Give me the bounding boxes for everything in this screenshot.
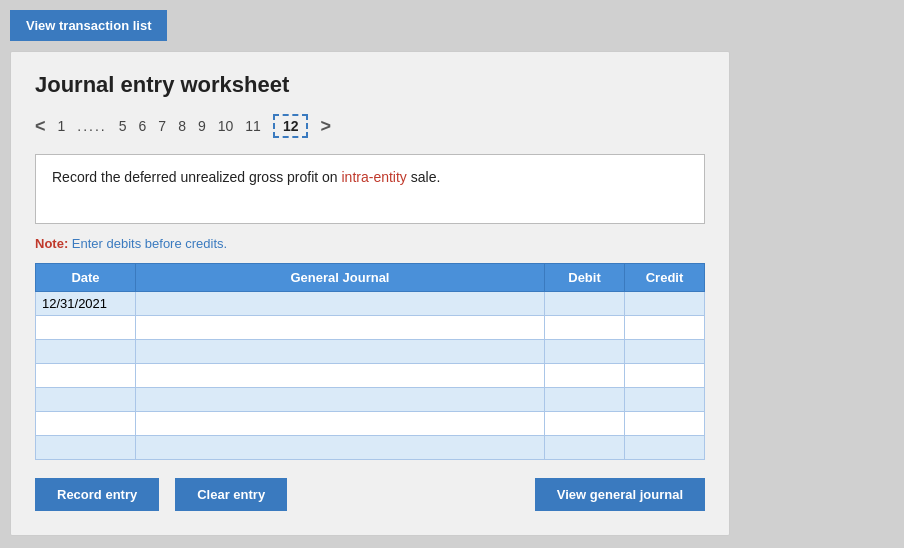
pagination-dots: ..... [77,118,106,134]
cell-credit-3[interactable] [625,364,705,388]
page-1[interactable]: 1 [58,118,66,134]
bottom-buttons: Record entry Clear entry View general jo… [35,478,705,511]
input-credit-5[interactable] [625,412,704,435]
input-date-6[interactable] [36,436,135,459]
table-row [36,292,705,316]
cell-date-5[interactable] [36,412,136,436]
input-gj-5[interactable] [136,412,544,435]
cell-debit-6[interactable] [545,436,625,460]
col-header-debit: Debit [545,264,625,292]
page-8[interactable]: 8 [178,118,186,134]
cell-date-6[interactable] [36,436,136,460]
input-credit-4[interactable] [625,388,704,411]
input-date-1[interactable] [36,316,135,339]
description-text-after: sale. [407,169,440,185]
input-gj-6[interactable] [136,436,544,459]
page-6[interactable]: 6 [139,118,147,134]
col-header-date: Date [36,264,136,292]
note-label: Note: [35,236,68,251]
input-debit-0[interactable] [545,292,624,315]
input-debit-2[interactable] [545,340,624,363]
top-bar: View transaction list [10,10,167,41]
input-debit-4[interactable] [545,388,624,411]
cell-debit-4[interactable] [545,388,625,412]
cell-gj-4[interactable] [136,388,545,412]
note-text: Note: Enter debits before credits. [35,236,705,251]
page-11[interactable]: 11 [245,118,261,134]
cell-debit-2[interactable] [545,340,625,364]
cell-gj-3[interactable] [136,364,545,388]
input-credit-6[interactable] [625,436,704,459]
page-10[interactable]: 10 [218,118,234,134]
cell-credit-0[interactable] [625,292,705,316]
description-box: Record the deferred unrealized gross pro… [35,154,705,224]
cell-credit-2[interactable] [625,340,705,364]
input-debit-1[interactable] [545,316,624,339]
prev-arrow[interactable]: < [35,116,46,137]
cell-debit-5[interactable] [545,412,625,436]
next-arrow[interactable]: > [320,116,331,137]
page-7[interactable]: 7 [158,118,166,134]
input-credit-3[interactable] [625,364,704,387]
table-row [36,364,705,388]
cell-date-0[interactable] [36,292,136,316]
input-gj-3[interactable] [136,364,544,387]
input-gj-2[interactable] [136,340,544,363]
description-highlight: intra-entity [342,169,407,185]
cell-credit-4[interactable] [625,388,705,412]
journal-table: Date General Journal Debit Credit [35,263,705,460]
cell-date-4[interactable] [36,388,136,412]
input-date-3[interactable] [36,364,135,387]
input-gj-4[interactable] [136,388,544,411]
cell-debit-1[interactable] [545,316,625,340]
page-5[interactable]: 5 [119,118,127,134]
input-debit-6[interactable] [545,436,624,459]
cell-debit-3[interactable] [545,364,625,388]
cell-date-3[interactable] [36,364,136,388]
pagination: < 1 ..... 5 6 7 8 9 10 11 12 > [35,114,705,138]
input-credit-1[interactable] [625,316,704,339]
main-card: Journal entry worksheet < 1 ..... 5 6 7 … [10,51,730,536]
cell-credit-6[interactable] [625,436,705,460]
note-body: Enter debits before credits. [68,236,227,251]
description-text-before: Record the deferred unrealized gross pro… [52,169,342,185]
clear-entry-button[interactable]: Clear entry [175,478,287,511]
input-gj-1[interactable] [136,316,544,339]
input-date-4[interactable] [36,388,135,411]
cell-gj-5[interactable] [136,412,545,436]
input-date-0[interactable] [36,292,135,315]
cell-debit-0[interactable] [545,292,625,316]
page-9[interactable]: 9 [198,118,206,134]
col-header-gj: General Journal [136,264,545,292]
col-header-credit: Credit [625,264,705,292]
view-transaction-button[interactable]: View transaction list [10,10,167,41]
cell-gj-2[interactable] [136,340,545,364]
input-date-2[interactable] [36,340,135,363]
cell-gj-0[interactable] [136,292,545,316]
worksheet-title: Journal entry worksheet [35,72,705,98]
record-entry-button[interactable]: Record entry [35,478,159,511]
view-general-journal-button[interactable]: View general journal [535,478,705,511]
table-row [36,388,705,412]
input-gj-0[interactable] [136,292,544,315]
cell-date-2[interactable] [36,340,136,364]
table-row [36,412,705,436]
input-debit-5[interactable] [545,412,624,435]
input-date-5[interactable] [36,412,135,435]
cell-credit-5[interactable] [625,412,705,436]
input-credit-0[interactable] [625,292,704,315]
table-row [36,316,705,340]
input-debit-3[interactable] [545,364,624,387]
cell-gj-6[interactable] [136,436,545,460]
cell-gj-1[interactable] [136,316,545,340]
table-row [36,436,705,460]
input-credit-2[interactable] [625,340,704,363]
table-row [36,340,705,364]
page-12-active[interactable]: 12 [273,114,309,138]
cell-date-1[interactable] [36,316,136,340]
cell-credit-1[interactable] [625,316,705,340]
